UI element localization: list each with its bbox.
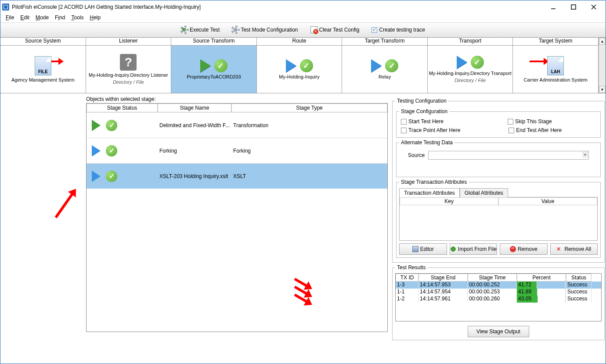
col-stage-end[interactable]: Stage End — [418, 274, 468, 282]
object-type: Transformation — [231, 122, 387, 128]
trace-point-checkbox[interactable]: Trace Point After Here — [401, 127, 460, 133]
result-row[interactable]: 1-214:14:57.96100:00:00.26043.05Success — [396, 296, 601, 303]
stage-header: Target Transform — [342, 38, 427, 46]
cell-status: Success — [566, 289, 592, 296]
menu-find[interactable]: Find — [52, 14, 68, 22]
menu-edit[interactable]: Edit — [18, 14, 32, 22]
create-trace-toggle[interactable]: Create testing trace — [372, 27, 425, 33]
stage-label: My-Holding-Inquiry.Directory Transport — [429, 71, 512, 76]
play-icon — [371, 59, 382, 72]
cell-txid: 1-3 — [396, 282, 418, 289]
check-icon — [214, 59, 227, 72]
annotation-arrow — [55, 192, 75, 218]
start-test-checkbox[interactable]: Start Test Here — [401, 118, 444, 125]
play-icon — [200, 59, 211, 72]
stage-config-legend: Stage Configuration — [399, 108, 449, 114]
menu-file[interactable]: File — [3, 14, 17, 22]
clear-config-label: Clear Test Config — [319, 27, 360, 33]
object-row[interactable]: ForkingForking — [87, 138, 387, 163]
minimize-button[interactable] — [543, 1, 563, 13]
stage-attr-group: Stage Transaction Attributes Transaction… — [396, 179, 601, 258]
stage-label: Carrier Administration System — [524, 77, 588, 82]
import-button[interactable]: Import From File — [450, 243, 497, 255]
stage-5[interactable]: TransportMy-Holding-Inquiry.Directory Tr… — [428, 38, 513, 93]
check-icon — [106, 120, 117, 131]
clear-config-button[interactable]: Clear Test Config — [310, 26, 360, 33]
source-combo[interactable] — [428, 151, 589, 160]
col-stage-status[interactable]: Stage Status — [87, 103, 158, 112]
source-label: Source — [408, 152, 425, 158]
object-row[interactable]: XSLT-203 Holding Inquiry.xsltXSLT — [87, 163, 387, 189]
stage-header: Route — [257, 38, 342, 46]
stage-label: Agency Management System — [11, 77, 75, 82]
stage-1[interactable]: Listener?My-Holding-Inquiry.Directory Li… — [86, 38, 172, 93]
menu-mode[interactable]: Mode — [33, 14, 51, 22]
cell-status: Success — [566, 282, 592, 289]
stage-4[interactable]: Target TransformRelay — [342, 38, 428, 93]
stage-sublabel: Directory / File — [113, 79, 144, 85]
object-row[interactable]: Delimited and Fixed-Width F...Transforma… — [87, 112, 387, 138]
result-row[interactable]: 1-114:14:57.95400:00:00.25341.89Success — [396, 289, 601, 296]
stage-0[interactable]: Source SystemFILEAgency Management Syste… — [0, 38, 86, 93]
import-label: Import From File — [458, 246, 497, 252]
stage-header: Transport — [428, 38, 513, 46]
stage-label: ProprietaryToACORD203 — [187, 74, 241, 79]
doc-clear-icon — [310, 26, 317, 33]
stage-2[interactable]: Source TransformProprietaryToACORD203 — [171, 38, 257, 93]
menu-tools[interactable]: Tools — [69, 14, 86, 22]
svg-rect-1 — [571, 5, 576, 9]
test-results-group: Test Results TX ID Stage End Stage Time … — [392, 264, 605, 340]
object-name: Delimited and Fixed-Width F... — [158, 122, 231, 128]
col-stage-name[interactable]: Stage Name — [158, 103, 231, 112]
editor-icon — [412, 246, 418, 252]
remove-button[interactable]: Remove — [500, 243, 547, 255]
removeall-label: Remove All — [564, 246, 591, 252]
cell-txid: 1-2 — [396, 296, 418, 303]
col-txid[interactable]: TX ID — [396, 274, 418, 282]
col-key[interactable]: Key — [400, 197, 498, 205]
execute-test-button[interactable]: Execute Test — [181, 26, 220, 33]
testing-config-group: Testing Configuration Stage Configuratio… — [392, 98, 605, 263]
cell-stage-end: 14:14:57.953 — [418, 282, 468, 289]
maximize-button[interactable] — [563, 1, 584, 13]
remove-icon — [510, 246, 516, 252]
cell-stage-time: 00:00:00.252 — [468, 282, 517, 289]
menu-help[interactable]: Help — [87, 14, 103, 22]
stage-header: Source Transform — [171, 38, 256, 46]
stage-6[interactable]: Target SystemLAHCarrier Administration S… — [513, 38, 599, 93]
test-config-label: Test Mode Configuration — [241, 27, 298, 33]
col-value[interactable]: Value — [498, 197, 597, 205]
editor-button[interactable]: Editor — [399, 243, 447, 255]
col-status[interactable]: Status — [566, 274, 592, 282]
check-icon — [300, 59, 313, 72]
view-stage-output-button[interactable]: View Stage Output — [468, 326, 529, 337]
gear-play-icon — [181, 26, 188, 33]
editor-label: Editor — [420, 246, 434, 252]
end-test-checkbox[interactable]: End Test After Here — [509, 127, 562, 133]
object-type: Forking — [231, 148, 387, 154]
stage-sublabel: Directory / File — [454, 78, 486, 83]
col-stage-time[interactable]: Stage Time — [468, 274, 517, 282]
alt-data-group: Alternate Testing Data Source — [396, 139, 601, 177]
question-icon: ? — [120, 54, 137, 71]
create-trace-label: Create testing trace — [379, 27, 425, 33]
close-button[interactable] — [584, 1, 604, 13]
col-percent[interactable]: Percent — [517, 274, 566, 282]
stage-label: Relay — [379, 74, 391, 79]
play-icon — [92, 145, 101, 157]
tab-transaction-attrs[interactable]: Transaction Attributes — [399, 188, 460, 197]
attributes-grid[interactable]: KeyValue — [399, 197, 598, 241]
result-row[interactable]: 1-314:14:57.95300:00:00.25241.72Success — [396, 282, 601, 289]
col-stage-type[interactable]: Stage Type — [231, 103, 387, 112]
skip-stage-checkbox[interactable]: Skip This Stage — [508, 118, 552, 125]
stage-scrollbar[interactable]: ▲▼ — [599, 38, 606, 93]
cell-percent: 43.05 — [517, 296, 566, 303]
stage-3[interactable]: RouteMy-Holding-Inquiry — [257, 38, 343, 93]
check-icon — [106, 145, 117, 157]
objects-table: Stage Status Stage Name Stage Type Delim… — [86, 103, 388, 332]
removeall-button[interactable]: ✕Remove All — [550, 243, 598, 255]
objects-title: Objects within selected stage: — [86, 96, 388, 102]
tab-global-attrs[interactable]: Global Attributes — [460, 188, 508, 197]
file-icon: LAH — [547, 56, 564, 75]
test-config-button[interactable]: Test Mode Configuration — [232, 26, 298, 33]
